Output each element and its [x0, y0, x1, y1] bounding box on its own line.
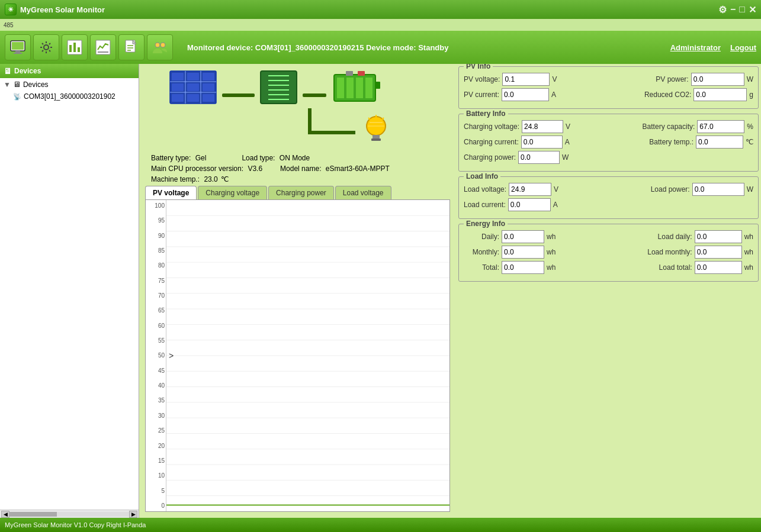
svg-point-4 [44, 45, 49, 50]
sidebar-horizontal-scrollbar[interactable]: ◀ ▶ [0, 510, 139, 518]
battery-row3: Charging power: W [464, 151, 753, 164]
svg-rect-28 [172, 94, 184, 102]
browser-bar: 485 [0, 19, 761, 31]
light-bulb [361, 114, 391, 146]
close-icon[interactable]: ✕ [749, 4, 756, 15]
monthly-input[interactable] [502, 246, 544, 259]
pv-info-panel: PV Info PV voltage: V PV power: W [458, 66, 759, 109]
load-voltage-input[interactable] [509, 183, 551, 196]
svg-rect-40 [337, 78, 344, 98]
battery-temp-field: Battery temp.: ℃ [649, 136, 753, 149]
minimize-icon[interactable]: − [730, 4, 736, 15]
pv-current-input[interactable] [502, 88, 549, 101]
sidebar: 🖥 Devices ▼ 🖥 Devices 📡 COM3[01]_3600000… [0, 64, 139, 518]
cpu-version-value: V3.6 [248, 165, 262, 173]
load-total-input[interactable] [695, 261, 742, 274]
restore-icon[interactable]: □ [739, 4, 745, 15]
battery-capacity-input[interactable] [697, 120, 744, 133]
pv-power-input[interactable] [691, 73, 744, 86]
settings-icon[interactable]: ⚙ [718, 4, 727, 15]
sidebar-item-devices[interactable]: ▼ 🖥 Devices [0, 78, 139, 91]
administrator-link[interactable]: Administrator [670, 43, 721, 52]
charging-current-unit: A [565, 138, 570, 146]
energy-info-title: Energy Info [464, 220, 508, 228]
scroll-thumb[interactable] [9, 512, 57, 517]
load-current-input[interactable] [508, 198, 551, 211]
graph-button[interactable] [62, 34, 88, 60]
machine-temp-value: 23.0 [204, 175, 217, 183]
load-power-unit: W [747, 185, 753, 194]
battery-temp-input[interactable] [696, 136, 743, 149]
load-connector [308, 108, 355, 146]
battery-temp-unit: ℃ [746, 138, 753, 146]
svg-rect-3 [14, 53, 22, 54]
users-button[interactable] [147, 34, 173, 60]
reduced-co2-input[interactable] [693, 88, 747, 101]
status-text: MyGreen Solar Monitor V1.0 Copy Right I-… [5, 521, 146, 528]
svg-rect-7 [73, 43, 76, 52]
chart-plot: > [166, 200, 449, 511]
daily-input[interactable] [502, 230, 544, 243]
browser-number: 485 [4, 22, 14, 28]
svg-rect-39 [375, 82, 380, 89]
connector1 [222, 70, 255, 108]
sidebar-item-device[interactable]: 📡 COM3[01]_36000003201902 [0, 91, 139, 102]
status-bar: MyGreen Solar Monitor V1.0 Copy Right I-… [0, 518, 761, 532]
monitor-button[interactable] [5, 34, 31, 60]
svg-rect-26 [187, 83, 199, 91]
load-total-field: Load total: wh [659, 261, 753, 274]
load-info-rows: Load voltage: V Load power: W Load curre… [464, 183, 753, 211]
load-current-label: Load current: [464, 201, 506, 209]
title-bar: ☀ MyGreen Solar Monitor ⚙ − □ ✕ [0, 0, 761, 19]
chart-tabs: PV voltage Charging voltage Charging pow… [145, 186, 450, 199]
load-power-input[interactable] [692, 183, 744, 196]
load-daily-label: Load daily: [658, 233, 692, 241]
load-monthly-input[interactable] [695, 246, 742, 259]
tab-pv-voltage[interactable]: PV voltage [145, 186, 197, 199]
monthly-field: Monthly: wh [464, 246, 556, 259]
svg-rect-2 [15, 51, 20, 53]
load-row [308, 108, 391, 146]
scroll-left-button[interactable]: ◀ [1, 511, 9, 518]
svg-rect-41 [346, 78, 354, 98]
svg-rect-45 [358, 71, 365, 76]
tab-charging-voltage[interactable]: Charging voltage [198, 186, 267, 199]
load-monthly-unit: wh [744, 248, 753, 256]
stats-button[interactable] [90, 34, 116, 60]
load-type-value: ON Mode [280, 154, 310, 162]
charging-power-input[interactable] [518, 151, 560, 164]
battery-info-title: Battery Info [464, 109, 508, 118]
devices-label: Devices [23, 80, 49, 89]
machine-temp-label: Machine temp.: [151, 175, 200, 183]
tab-load-voltage[interactable]: Load voltage [335, 186, 391, 199]
energy-info-panel: Energy Info Daily: wh Load daily: wh [458, 224, 759, 282]
logout-link[interactable]: Logout [730, 43, 756, 52]
load-daily-input[interactable] [695, 230, 742, 243]
export-button[interactable] [118, 34, 145, 60]
load-daily-unit: wh [744, 233, 753, 241]
charging-voltage-label: Charging voltage: [464, 122, 519, 131]
machine-temp-unit: ℃ [221, 175, 229, 183]
load-total-unit: wh [744, 263, 753, 272]
load-monthly-label: Load monthly: [647, 248, 692, 256]
pv-current-label: PV current: [464, 91, 499, 99]
pv-voltage-input[interactable] [502, 73, 550, 86]
load-type-info: Load type: ON Mode [242, 154, 310, 162]
load-row1: Load voltage: V Load power: W [464, 183, 753, 196]
machine-temp-row: Machine temp.: 23.0 ℃ [139, 174, 456, 186]
charging-voltage-input[interactable] [522, 120, 563, 133]
devices-icon: 🖥 [4, 66, 12, 76]
settings-button[interactable] [33, 34, 59, 60]
devices-tree-icon: 🖥 [13, 80, 21, 89]
energy-info-rows: Daily: wh Load daily: wh Monthly: wh [464, 230, 753, 274]
charge-controller-component [259, 70, 298, 108]
load-voltage-field: Load voltage: V [464, 183, 558, 196]
scroll-right-button[interactable]: ▶ [129, 511, 137, 518]
load-info-panel: Load Info Load voltage: V Load power: W [458, 176, 759, 219]
battery-row1: Charging voltage: V Battery capacity: % [464, 120, 753, 133]
chart-area: PV voltage Charging voltage Charging pow… [139, 186, 456, 518]
tab-charging-power[interactable]: Charging power [268, 186, 334, 199]
charging-current-input[interactable] [521, 136, 563, 149]
load-power-label: Load power: [651, 185, 690, 194]
total-input[interactable] [502, 261, 544, 274]
